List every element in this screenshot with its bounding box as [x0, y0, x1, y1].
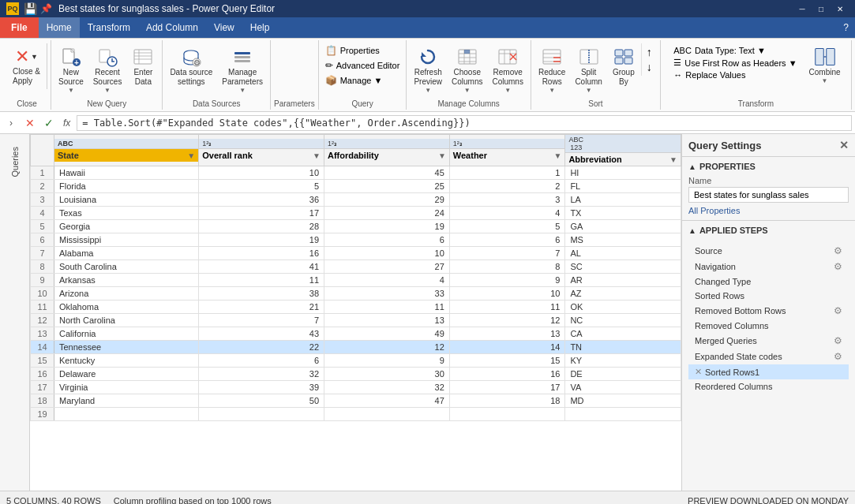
afford-col-name[interactable]: Affordability ▼ [324, 149, 449, 162]
abbr-col-name[interactable]: Abbreviation ▼ [565, 153, 681, 166]
table-row[interactable]: 1Hawaii10451HI [31, 166, 681, 180]
table-row[interactable]: 7Alabama16107AL [31, 247, 681, 260]
table-row[interactable]: 14Tennessee221214TN [31, 341, 681, 354]
col-header-abbr[interactable]: ABC123 Abbreviation ▼ [565, 135, 681, 166]
weather-type-icon: 1²₃ [453, 140, 463, 147]
col-header-afford[interactable]: 1²₃ Affordability ▼ [324, 135, 450, 166]
recent-sources-button[interactable]: RecentSources ▼ [89, 43, 126, 96]
queries-label[interactable]: Queries [7, 140, 23, 184]
menu-file[interactable]: File [0, 17, 39, 38]
choose-columns-button[interactable]: ChooseColumns ▼ [448, 43, 486, 96]
overall-col-name[interactable]: Overall rank ▼ [199, 149, 324, 162]
abbr-filter-icon[interactable]: ▼ [669, 155, 677, 164]
table-row[interactable]: 3Louisiana36293LA [31, 193, 681, 207]
close-group-label: Close [17, 98, 37, 110]
enter-data-button[interactable]: EnterData [127, 43, 159, 89]
step-delete-icon[interactable]: ✕ [695, 367, 702, 377]
refresh-preview-button[interactable]: RefreshPreview ▼ [410, 43, 446, 96]
applied-step-expanded-state-codes[interactable]: Expanded State codes⚙ [688, 349, 849, 364]
remove-columns-button[interactable]: RemoveColumns ▼ [488, 43, 527, 96]
table-row[interactable]: 18Maryland504718MD [31, 394, 681, 408]
query-settings-close[interactable]: ✕ [839, 139, 849, 151]
cell-afford: 24 [324, 207, 450, 220]
close-button[interactable]: ✕ [831, 2, 849, 15]
cell-state: Louisiana [54, 193, 199, 207]
split-column-button[interactable]: SplitColumn ▼ [571, 43, 606, 96]
table-row[interactable]: 13California434913CA [31, 327, 681, 341]
group-by-button[interactable]: GroupBy [608, 43, 639, 89]
step-gear-icon[interactable]: ⚙ [834, 261, 842, 272]
formula-expand-button[interactable]: › [3, 115, 19, 131]
new-source-button[interactable]: + NewSource ▼ [54, 43, 88, 96]
table-row[interactable]: 8South Carolina41278SC [31, 260, 681, 274]
afford-filter-icon[interactable]: ▼ [438, 151, 446, 160]
col-header-overall[interactable]: 1²₃ Overall rank ▼ [199, 135, 324, 166]
advanced-editor-button[interactable]: ✏ Advanced Editor [322, 58, 403, 73]
table-row[interactable]: 10Arizona383310AZ [31, 287, 681, 301]
formula-input[interactable] [77, 115, 852, 131]
pin-icon[interactable]: 📌 [40, 3, 52, 14]
data-source-settings-button[interactable]: ⚙ Data sourcesettings [166, 43, 216, 89]
combine-button[interactable]: Combine ▼ [805, 43, 845, 87]
table-row[interactable]: 12North Carolina71312NC [31, 314, 681, 327]
maximize-button[interactable]: □ [812, 2, 830, 15]
state-col-name[interactable]: State ▼ [54, 149, 198, 162]
menu-view[interactable]: View [206, 17, 242, 38]
applied-step-navigation[interactable]: Navigation⚙ [688, 259, 849, 274]
replace-values-button[interactable]: ↔ Replace Values [670, 69, 800, 80]
close-apply-button[interactable]: ✕ ▼ Close &Apply [6, 43, 47, 89]
applied-step-changed-type[interactable]: Changed Type [688, 274, 849, 289]
formula-cancel-button[interactable]: ✕ [22, 115, 38, 131]
table-row[interactable]: 9Arkansas1149AR [31, 274, 681, 287]
formula-ok-button[interactable]: ✓ [41, 115, 57, 131]
sort-desc-button[interactable]: ↓ [645, 60, 654, 74]
step-gear-icon[interactable]: ⚙ [834, 351, 842, 362]
sort-asc-button[interactable]: ↑ [645, 45, 654, 59]
table-row[interactable]: 5Georgia28195GA [31, 220, 681, 233]
svg-rect-26 [464, 50, 470, 54]
table-row[interactable]: 16Delaware323016DE [31, 368, 681, 381]
applied-steps-arrow[interactable]: ▲ [688, 226, 696, 235]
step-gear-icon[interactable]: ⚙ [834, 245, 842, 256]
step-gear-icon[interactable]: ⚙ [834, 335, 842, 346]
table-row[interactable]: 4Texas17244TX [31, 207, 681, 220]
applied-step-sorted-rows[interactable]: Sorted Rows [688, 289, 849, 303]
menu-home[interactable]: Home [39, 17, 80, 38]
data-grid[interactable]: ABC State ▼ 1²₃ [30, 134, 681, 491]
overall-filter-icon[interactable]: ▼ [313, 151, 321, 160]
applied-step-source[interactable]: Source⚙ [688, 243, 849, 259]
col-header-state[interactable]: ABC State ▼ [54, 135, 199, 166]
data-type-button[interactable]: ABC Data Type: Text ▼ [670, 45, 800, 56]
all-properties-link[interactable]: All Properties [688, 206, 849, 215]
properties-button[interactable]: 📋 Properties [322, 43, 383, 58]
reduce-rows-button[interactable]: ReduceRows ▼ [534, 43, 569, 96]
table-row[interactable]: 6Mississippi1966MS [31, 233, 681, 247]
applied-step-removed-columns[interactable]: Removed Columns [688, 319, 849, 333]
col-header-weather[interactable]: 1²₃ Weather ▼ [449, 135, 565, 166]
weather-filter-icon[interactable]: ▼ [553, 151, 561, 160]
table-row[interactable]: 15Kentucky6915KY [31, 354, 681, 368]
step-gear-icon[interactable]: ⚙ [834, 305, 842, 316]
query-name-input[interactable] [688, 187, 849, 203]
manage-button[interactable]: 📦 Manage ▼ [322, 73, 386, 88]
manage-parameters-button[interactable]: ManageParameters ▼ [218, 43, 267, 96]
use-first-row-button[interactable]: ☰ Use First Row as Headers ▼ [670, 57, 800, 69]
save-icon[interactable]: 💾 [24, 2, 37, 15]
menu-add-column[interactable]: Add Column [138, 17, 206, 38]
table-row[interactable]: 2Florida5252FL [31, 180, 681, 193]
cell-overall: 39 [199, 381, 324, 394]
applied-step-merged-queries[interactable]: Merged Queries⚙ [688, 333, 849, 349]
applied-step-reordered-columns[interactable]: Reordered Columns [688, 379, 849, 394]
menu-help[interactable]: Help [242, 17, 278, 38]
applied-step-removed-bottom-rows[interactable]: Removed Bottom Rows⚙ [688, 303, 849, 319]
table-row[interactable]: 11Oklahoma211111OK [31, 301, 681, 314]
row-number: 15 [31, 354, 54, 368]
properties-arrow[interactable]: ▲ [688, 162, 696, 171]
applied-step-sorted-rows1[interactable]: ✕Sorted Rows1 [688, 364, 849, 379]
table-row[interactable]: 17Virginia393217VA [31, 381, 681, 394]
weather-col-name[interactable]: Weather ▼ [450, 149, 565, 162]
state-filter-icon[interactable]: ▼ [187, 151, 195, 160]
table-row[interactable]: 19 [31, 408, 681, 421]
menu-transform[interactable]: Transform [80, 17, 138, 38]
minimize-button[interactable]: ─ [793, 2, 811, 15]
